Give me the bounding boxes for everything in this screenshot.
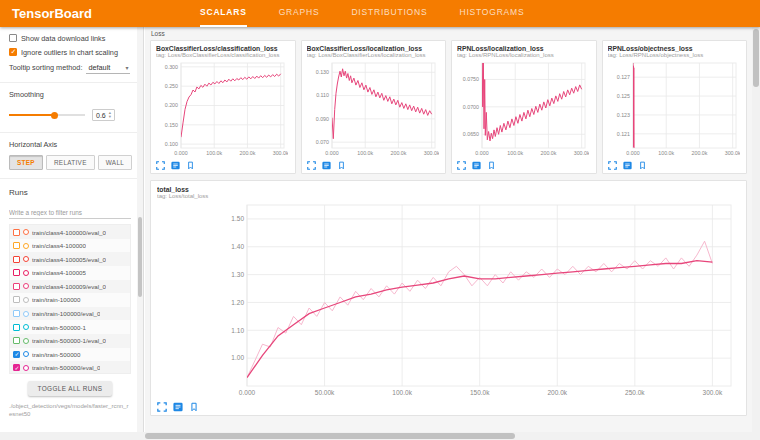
svg-text:150.0k: 150.0k (470, 389, 490, 396)
expand-chart-icon[interactable] (156, 161, 165, 170)
svg-text:1.50: 1.50 (231, 215, 244, 222)
axis-step-button[interactable]: STEP (9, 155, 43, 170)
run-row[interactable]: train/class4-100005 (10, 266, 130, 280)
pin-chart-icon[interactable] (337, 161, 346, 170)
run-row[interactable]: train/train-100000 (10, 293, 130, 307)
run-selector-icon[interactable] (623, 161, 632, 170)
toggle-all-runs-button[interactable]: TOGGLE ALL RUNS (28, 381, 113, 396)
svg-text:0.121: 0.121 (616, 131, 629, 137)
chart-title: RPNLoss/objectness_loss (608, 45, 742, 52)
scalar-line-chart[interactable]: 0.1210.1230.1250.1270.000100.0k200.0k300… (608, 59, 740, 159)
svg-text:0.110: 0.110 (316, 92, 329, 98)
run-isolate-icon[interactable] (23, 338, 29, 344)
expand-chart-icon[interactable] (457, 161, 466, 170)
run-isolate-icon[interactable] (23, 311, 29, 317)
smoothing-value-input[interactable]: 0.6 ▴▾ (92, 109, 115, 121)
checkbox-icon[interactable] (9, 48, 17, 56)
horizontal-scrollbar[interactable] (0, 432, 760, 440)
expand-chart-icon[interactable] (157, 402, 167, 412)
run-isolate-icon[interactable] (23, 270, 29, 276)
vertical-scrollbar-thumb[interactable] (753, 29, 759, 87)
run-checkbox-icon[interactable] (13, 364, 20, 371)
run-checkbox-icon[interactable] (13, 269, 20, 276)
run-row[interactable]: train/train-100000/eval_0 (10, 307, 130, 321)
run-row[interactable]: train/class4-100000 (10, 239, 130, 253)
spinner-arrows-icon[interactable]: ▴▾ (109, 111, 111, 119)
checkbox-icon[interactable] (9, 34, 17, 42)
scalar-line-chart[interactable]: 0.0700.0900.1100.1300.000100.0k200.0k300… (307, 59, 439, 159)
smoothing-slider[interactable] (9, 114, 85, 116)
scalar-chart-card: RPNLoss/objectness_loss tag: Loss/RPNLos… (602, 40, 748, 174)
vertical-scrollbar[interactable] (752, 27, 760, 432)
axis-relative-button[interactable]: RELATIVE (46, 155, 95, 170)
run-checkbox-icon[interactable] (13, 310, 20, 317)
svg-text:0.070: 0.070 (315, 139, 328, 145)
horizontal-scrollbar-thumb[interactable] (145, 433, 515, 439)
scalar-chart-card: BoxClassifierLoss/classification_loss ta… (150, 40, 296, 174)
chart-title: RPNLoss/localization_loss (457, 45, 591, 52)
app-header: TensorBoard SCALARSGRAPHSDISTRIBUTIONSHI… (0, 0, 760, 27)
svg-text:0.000: 0.000 (325, 150, 338, 156)
run-isolate-icon[interactable] (23, 365, 29, 371)
tab-graphs[interactable]: GRAPHS (279, 0, 320, 27)
run-row[interactable]: train/class4-100000/eval_0 (10, 225, 130, 239)
pin-chart-icon[interactable] (487, 161, 496, 170)
run-isolate-icon[interactable] (23, 256, 29, 262)
run-checkbox-icon[interactable] (13, 324, 20, 331)
tensorboard-app: TensorBoard SCALARSGRAPHSDISTRIBUTIONSHI… (0, 0, 760, 440)
run-checkbox-icon[interactable] (13, 229, 20, 236)
pin-chart-icon[interactable] (638, 161, 647, 170)
run-row[interactable]: train/train-500000/eval_0 (10, 361, 130, 374)
sidebar-scrollbar[interactable] (137, 27, 143, 432)
run-row[interactable]: train/train-500000-1/eval_0 (10, 334, 130, 348)
slider-knob-icon[interactable] (51, 112, 58, 119)
svg-text:200.0k: 200.0k (390, 150, 406, 156)
expand-chart-icon[interactable] (608, 161, 617, 170)
run-selector-icon[interactable] (173, 402, 183, 412)
run-isolate-icon[interactable] (23, 229, 29, 235)
run-checkbox-icon[interactable] (13, 256, 20, 263)
scalar-line-chart[interactable]: 0.06500.07000.07500.000100.0k200.0k300.0… (457, 59, 589, 159)
axis-wall-button[interactable]: WALL (98, 155, 132, 170)
scalar-line-chart[interactable]: 0.1000.1500.2000.2500.3000.000100.0k200.… (156, 59, 288, 159)
sidebar-scrollbar-thumb[interactable] (138, 217, 142, 297)
tab-histograms[interactable]: HISTOGRAMS (459, 0, 524, 27)
run-isolate-icon[interactable] (23, 351, 29, 357)
run-name: train/train-500000-1 (32, 324, 86, 331)
svg-text:200.0k: 200.0k (239, 150, 255, 156)
runs-list: train/class4-100000/eval_0 train/class4-… (9, 224, 131, 374)
run-selector-icon[interactable] (322, 161, 331, 170)
run-checkbox-icon[interactable] (13, 337, 20, 344)
svg-text:0.150: 0.150 (165, 122, 178, 128)
expand-chart-icon[interactable] (307, 161, 316, 170)
run-selector-icon[interactable] (472, 161, 481, 170)
run-isolate-icon[interactable] (23, 243, 29, 249)
run-checkbox-icon[interactable] (13, 296, 20, 303)
pin-chart-icon[interactable] (189, 402, 199, 412)
runs-filter-input[interactable] (9, 207, 131, 219)
run-checkbox-icon[interactable] (13, 351, 20, 358)
run-row[interactable]: train/train-500000 (10, 348, 130, 362)
run-name: train/class4-100005/eval_0 (32, 256, 106, 263)
tab-distributions[interactable]: DISTRIBUTIONS (351, 0, 427, 27)
svg-text:100.0k: 100.0k (507, 150, 523, 156)
run-row[interactable]: train/train-500000-1 (10, 320, 130, 334)
run-isolate-icon[interactable] (23, 283, 29, 289)
total-loss-chart[interactable]: 1.001.101.201.301.401.500.00050.00k100.0… (157, 200, 741, 400)
svg-text:0.250: 0.250 (165, 83, 178, 89)
scalar-chart-card: RPNLoss/localization_loss tag: Loss/RPNL… (451, 40, 597, 174)
tooltip-sorting-select[interactable]: default ▾ (86, 62, 130, 74)
run-checkbox-icon[interactable] (13, 283, 20, 290)
run-selector-icon[interactable] (171, 161, 180, 170)
horizontal-axis-toggle: STEPRELATIVEWALL (9, 155, 131, 170)
pin-chart-icon[interactable] (186, 161, 195, 170)
tab-scalars[interactable]: SCALARS (200, 0, 247, 27)
run-row[interactable]: train/class4-100005/eval_0 (10, 252, 130, 266)
run-isolate-icon[interactable] (23, 324, 29, 330)
scalars-dashboard: Loss BoxClassifierLoss/classification_lo… (145, 27, 752, 432)
ignore-outliers-checkbox[interactable]: Ignore outliers in chart scaling (9, 48, 131, 57)
run-isolate-icon[interactable] (23, 297, 29, 303)
run-row[interactable]: train/class4-100009/eval_0 (10, 280, 130, 294)
run-checkbox-icon[interactable] (13, 242, 20, 249)
show-download-links-checkbox[interactable]: Show data download links (9, 34, 131, 43)
